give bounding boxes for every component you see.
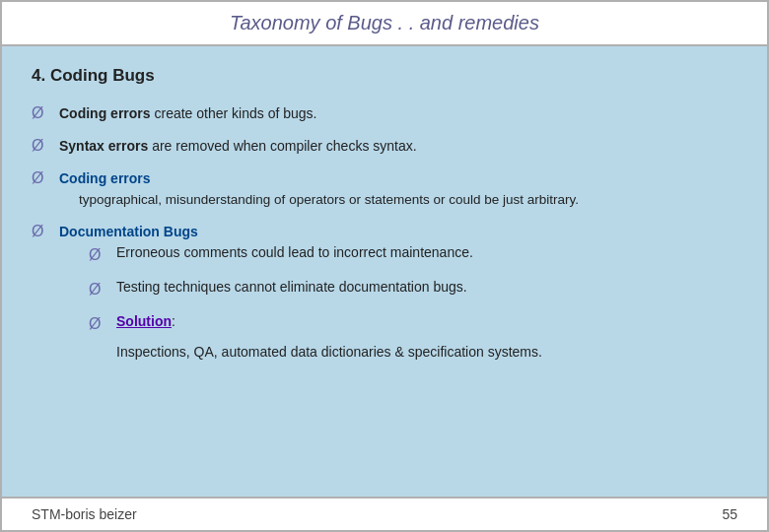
bullet-symbol-4: Ø — [32, 223, 49, 240]
bullet-text-3: Coding errors typographical, misundersta… — [59, 168, 737, 210]
bullet-text-4: Documentation Bugs Ø Erroneous comments … — [59, 222, 737, 363]
slide-title: Taxonomy of Bugs . . and remedies — [2, 2, 767, 46]
bullet-item-2: Ø Syntax errors are removed when compile… — [32, 136, 737, 157]
bullet-rest-1: create other kinds of bugs. — [154, 105, 316, 121]
bullet-item-4: Ø Documentation Bugs Ø Erroneous comment… — [32, 222, 737, 363]
slide-container: Taxonomy of Bugs . . and remedies 4. Cod… — [0, 0, 769, 532]
bullet-item-1: Ø Coding errors create other kinds of bu… — [32, 103, 737, 124]
sub-item-solution: Ø Solution: — [89, 311, 737, 336]
coding-errors-term-1: Coding errors — [59, 105, 151, 121]
solution-text: Solution: — [116, 311, 175, 332]
solution-indent-text: Inspections, QA, automated data dictiona… — [116, 342, 737, 363]
solution-label: Solution — [116, 313, 172, 329]
footer-page: 55 — [722, 506, 737, 522]
bullet-rest-2: are removed when compiler checks syntax. — [152, 138, 416, 154]
main-bullet-list: Ø Coding errors create other kinds of bu… — [32, 103, 737, 374]
solution-detail: Inspections, QA, automated data dictiona… — [59, 342, 737, 363]
bullet-text-1: Coding errors create other kinds of bugs… — [59, 103, 737, 124]
slide-footer: STM-boris beizer 55 — [2, 497, 767, 530]
sub-symbol-2: Ø — [89, 278, 106, 301]
sub-text-2: Testing techniques cannot eliminate docu… — [116, 277, 467, 298]
syntax-errors-term: Syntax errors — [59, 138, 148, 154]
bullet-symbol-2: Ø — [32, 137, 49, 155]
sub-text-1: Erroneous comments could lead to incorre… — [116, 242, 473, 263]
section-number: 4. — [32, 66, 45, 85]
doc-bugs-heading: Documentation Bugs — [59, 224, 198, 239]
section-heading: 4. Coding Bugs — [32, 66, 737, 86]
doc-bugs-sub-list: Ø Erroneous comments could lead to incor… — [59, 242, 737, 363]
sub-item-1: Ø Erroneous comments could lead to incor… — [89, 242, 737, 267]
sub-item-2: Ø Testing techniques cannot eliminate do… — [89, 277, 737, 301]
slide-body: 4. Coding Bugs Ø Coding errors create ot… — [2, 46, 767, 497]
solution-colon: : — [172, 313, 175, 329]
coding-errors-term-2: Coding errors — [59, 170, 151, 186]
section-label: Coding Bugs — [50, 66, 155, 85]
bullet-text-2: Syntax errors are removed when compiler … — [59, 136, 737, 157]
coding-errors-subtext: typographical, misunderstanding of opera… — [79, 192, 579, 207]
bullet-item-3: Ø Coding errors typographical, misunders… — [32, 168, 737, 210]
bullet-symbol-1: Ø — [32, 104, 49, 122]
sub-symbol-solution: Ø — [89, 312, 106, 336]
footer-credit: STM-boris beizer — [32, 506, 137, 522]
sub-symbol-1: Ø — [89, 243, 106, 267]
bullet-symbol-3: Ø — [32, 169, 49, 187]
